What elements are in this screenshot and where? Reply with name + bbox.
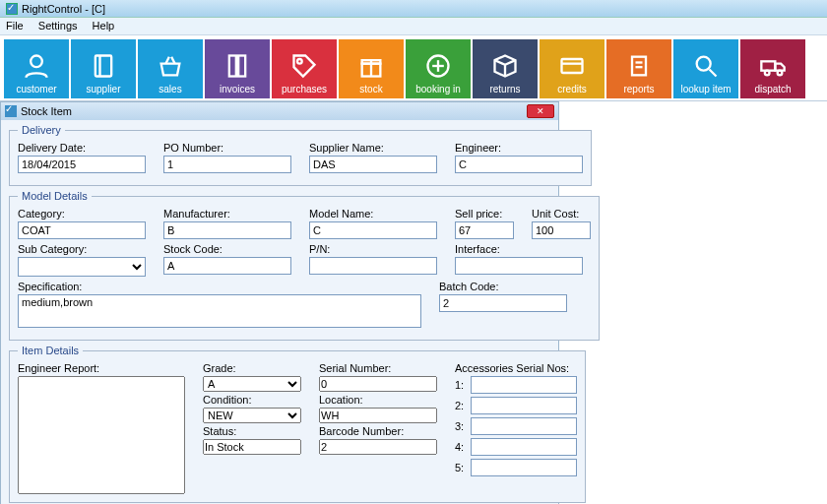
manufacturer-input[interactable]	[163, 221, 291, 239]
svg-point-0	[31, 56, 42, 68]
sellprice-label: Sell price:	[455, 208, 514, 220]
model-legend: Model Details	[18, 190, 92, 202]
item-details-group: Item Details Engineer Report: Grade: A C…	[9, 345, 586, 503]
toolbar-sales[interactable]: sales	[138, 39, 203, 98]
pn-input[interactable]	[309, 257, 437, 275]
toolbar-dispatch[interactable]: dispatch	[740, 39, 805, 98]
subcategory-select[interactable]	[18, 257, 146, 277]
svg-point-17	[697, 57, 711, 71]
delivery-group: Delivery Delivery Date: PO Number: Suppl…	[9, 124, 592, 186]
batchcode-label: Batch Code:	[439, 281, 567, 292]
subcategory-label: Sub Category:	[18, 243, 146, 255]
app-title: RightControl - [C]	[22, 3, 105, 15]
toolbar-purchases[interactable]: purchases	[272, 39, 337, 98]
status-label: Status:	[203, 425, 301, 437]
accessory-serial-4[interactable]	[471, 438, 577, 456]
location-input[interactable]	[319, 408, 437, 423]
supplier-name-input[interactable]	[309, 156, 437, 173]
stock-item-window: Stock Item ✕ Delivery Delivery Date: PO …	[0, 101, 559, 504]
stockcode-label: Stock Code:	[163, 243, 291, 255]
svg-rect-1	[95, 56, 111, 77]
location-label: Location:	[319, 394, 437, 406]
modelname-label: Model Name:	[309, 208, 437, 220]
acc-index: 2:	[455, 400, 471, 411]
svg-point-21	[778, 71, 783, 76]
accessories-label: Accessories Serial Nos:	[455, 362, 577, 374]
sellprice-input[interactable]	[455, 221, 514, 239]
workspace: Stock Item ✕ Delivery Delivery Date: PO …	[0, 101, 827, 504]
unitcost-input[interactable]	[532, 221, 591, 239]
svg-rect-19	[761, 61, 775, 70]
manufacturer-label: Manufacturer:	[163, 208, 291, 220]
serial-label: Serial Number:	[319, 362, 437, 374]
model-details-group: Model Details Category: Manufacturer: Mo…	[9, 190, 600, 341]
svg-point-20	[765, 71, 770, 76]
menu-settings[interactable]: Settings	[38, 20, 78, 32]
acc-index: 5:	[455, 462, 471, 473]
category-input[interactable]	[18, 221, 146, 239]
barcode-label: Barcode Number:	[319, 425, 437, 437]
supplier-name-label: Supplier Name:	[309, 142, 437, 154]
toolbar-booking-in[interactable]: booking in	[406, 39, 471, 98]
modelname-input[interactable]	[309, 221, 437, 239]
toolbar-reports[interactable]: reports	[606, 39, 671, 98]
specification-input[interactable]	[18, 294, 421, 328]
toolbar-lookup-item[interactable]: lookup item	[673, 39, 738, 98]
toolbar-invoices[interactable]: invoices	[205, 39, 270, 98]
engineer-label: Engineer:	[455, 142, 583, 154]
toolbar-stock[interactable]: stock	[339, 39, 404, 98]
app-titlebar: RightControl - [C]	[0, 0, 827, 18]
menu-help[interactable]: Help	[93, 20, 115, 32]
specification-label: Specification:	[18, 281, 421, 292]
engineer-report-input[interactable]	[18, 376, 185, 494]
delivery-date-label: Delivery Date:	[18, 142, 146, 154]
svg-rect-3	[229, 56, 236, 77]
engineer-input[interactable]	[455, 156, 583, 173]
toolbar-supplier[interactable]: supplier	[71, 39, 136, 98]
acc-index: 1:	[455, 379, 471, 391]
stockcode-input[interactable]	[163, 257, 291, 275]
interface-input[interactable]	[455, 257, 583, 275]
toolbar-credits[interactable]: credits	[540, 39, 604, 98]
po-number-input[interactable]	[163, 156, 291, 173]
svg-point-5	[297, 59, 302, 64]
item-legend: Item Details	[18, 345, 83, 356]
pn-label: P/N:	[309, 243, 437, 255]
window-icon	[5, 105, 17, 117]
condition-label: Condition:	[203, 394, 301, 406]
status-input[interactable]	[203, 439, 301, 455]
serial-input[interactable]	[319, 376, 437, 392]
engineer-report-label: Engineer Report:	[18, 362, 185, 374]
barcode-input[interactable]	[319, 439, 437, 455]
delivery-date-input[interactable]	[18, 156, 146, 173]
toolbar-returns[interactable]: returns	[473, 39, 538, 98]
close-icon[interactable]: ✕	[527, 104, 554, 118]
svg-rect-4	[238, 56, 245, 77]
menubar: File Settings Help	[0, 18, 827, 35]
condition-select[interactable]: NEW	[203, 408, 301, 423]
accessory-serial-5[interactable]	[471, 459, 577, 476]
batchcode-input[interactable]	[439, 294, 567, 312]
po-number-label: PO Number:	[163, 142, 291, 154]
grade-label: Grade:	[203, 362, 301, 374]
svg-rect-12	[562, 59, 583, 73]
acc-index: 3:	[455, 420, 471, 432]
delivery-legend: Delivery	[18, 124, 65, 136]
window-header: Stock Item ✕	[1, 102, 558, 120]
window-title: Stock Item	[21, 105, 72, 117]
accessory-serial-2[interactable]	[471, 397, 577, 414]
interface-label: Interface:	[455, 243, 583, 255]
menu-file[interactable]: File	[6, 20, 24, 32]
acc-index: 4:	[455, 441, 471, 453]
app-icon	[6, 3, 18, 15]
accessory-serial-3[interactable]	[471, 417, 577, 435]
accessory-serial-1[interactable]	[471, 376, 577, 394]
category-label: Category:	[18, 208, 146, 220]
grade-select[interactable]: A	[203, 376, 301, 392]
toolbar-customer[interactable]: customer	[4, 39, 69, 98]
main-toolbar: customersuppliersalesinvoicespurchasesst…	[0, 35, 827, 101]
svg-line-18	[710, 70, 717, 77]
unitcost-label: Unit Cost:	[532, 208, 591, 220]
